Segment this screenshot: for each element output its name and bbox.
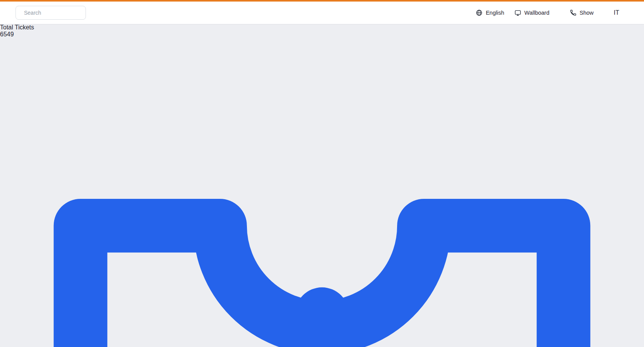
search-input[interactable] [24, 10, 81, 16]
dashboard-main: Total Tickets 6549 All tickets BY STATUS… [0, 24, 644, 347]
wallboard-link[interactable]: Wallboard [514, 9, 550, 16]
wallboard-icon [514, 9, 521, 16]
search-box[interactable] [15, 6, 86, 20]
language-label: English [486, 10, 504, 16]
stat-card-row: Total Tickets 6549 All tickets BY STATUS… [0, 24, 644, 347]
phone-icon [570, 9, 577, 16]
language-switcher[interactable]: English [476, 9, 504, 16]
app-header: English Wallboard Show IT [0, 2, 644, 24]
wallboard-label: Wallboard [524, 10, 550, 16]
stat-card-title: Total Tickets [0, 24, 644, 31]
stat-card-value: 6549 [0, 31, 644, 38]
stat-card: Total Tickets 6549 All tickets BY STATUS… [0, 24, 644, 347]
stat-card-link[interactable]: All tickets [0, 38, 644, 347]
show-label: Show [580, 10, 594, 16]
user-avatar[interactable]: IT [614, 9, 619, 16]
show-phone-button[interactable]: Show [570, 9, 594, 16]
globe-icon [476, 9, 483, 16]
